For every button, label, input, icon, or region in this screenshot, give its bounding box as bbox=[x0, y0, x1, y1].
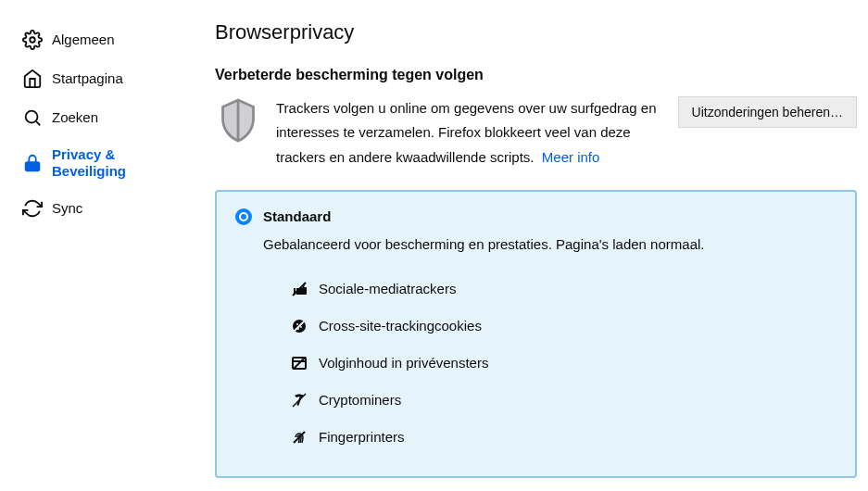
intro-row: Trackers volgen u online om gegevens ove… bbox=[215, 96, 857, 170]
thumbs-up-blocked-icon bbox=[291, 281, 308, 297]
sidebar-item-general[interactable]: Algemeen bbox=[15, 20, 185, 59]
protection-card-standard: Standaard Gebalanceerd voor bescherming … bbox=[215, 190, 857, 478]
sidebar: Algemeen Startpagina Zoeken Privacy & Be… bbox=[0, 0, 185, 491]
tracker-item-tracking-content: Volginhoud in privévensters bbox=[291, 345, 835, 382]
tracker-label: Cryptominers bbox=[319, 392, 401, 408]
tracker-label: Cross-site-trackingcookies bbox=[319, 318, 482, 334]
sidebar-item-label: Sync bbox=[52, 200, 82, 217]
main-content: Browserprivacy Verbeterde bescherming te… bbox=[185, 0, 868, 491]
lock-icon bbox=[22, 153, 43, 173]
window-blocked-icon bbox=[291, 355, 308, 371]
home-icon bbox=[22, 69, 43, 89]
sidebar-item-home[interactable]: Startpagina bbox=[15, 59, 185, 98]
svg-line-12 bbox=[294, 358, 305, 369]
svg-point-6 bbox=[296, 323, 298, 325]
sidebar-item-search[interactable]: Zoeken bbox=[15, 98, 185, 137]
section-title: Verbeterde bescherming tegen volgen bbox=[215, 67, 857, 83]
sidebar-item-label: Privacy & Beveiliging bbox=[52, 146, 178, 180]
card-description: Gebalanceerd voor bescherming en prestat… bbox=[263, 234, 835, 254]
tracker-label: Fingerprinters bbox=[319, 429, 405, 445]
svg-rect-3 bbox=[26, 162, 40, 170]
sidebar-item-label: Algemeen bbox=[52, 31, 115, 48]
tracker-list: Sociale-mediatrackers Cross-site-trackin… bbox=[291, 271, 835, 456]
tracker-label: Sociale-mediatrackers bbox=[319, 281, 456, 296]
radio-selected-icon[interactable] bbox=[235, 208, 252, 225]
page-title: Browserprivacy bbox=[215, 20, 857, 44]
shield-icon bbox=[215, 96, 261, 152]
sidebar-item-label: Startpagina bbox=[52, 70, 123, 87]
tracker-item-cookies: Cross-site-trackingcookies bbox=[291, 308, 835, 345]
sync-icon bbox=[22, 198, 43, 219]
tracker-item-social: Sociale-mediatrackers bbox=[291, 271, 835, 308]
svg-point-7 bbox=[300, 326, 302, 328]
radio-row[interactable]: Standaard bbox=[235, 208, 835, 225]
sidebar-item-privacy[interactable]: Privacy & Beveiliging bbox=[15, 137, 185, 189]
svg-line-2 bbox=[36, 121, 40, 125]
pickaxe-blocked-icon bbox=[291, 392, 308, 409]
tracker-label: Volginhoud in privévensters bbox=[319, 355, 488, 371]
search-icon bbox=[22, 107, 43, 128]
sidebar-item-sync[interactable]: Sync bbox=[15, 189, 185, 228]
sidebar-item-label: Zoeken bbox=[52, 109, 98, 126]
card-title: Standaard bbox=[263, 208, 331, 224]
fingerprint-blocked-icon bbox=[291, 429, 308, 446]
more-info-link[interactable]: Meer info bbox=[542, 149, 600, 165]
exceptions-button[interactable]: Uitzonderingen beheren… bbox=[678, 96, 857, 128]
gear-icon bbox=[22, 30, 43, 50]
cookie-blocked-icon bbox=[291, 318, 308, 334]
intro-text: Trackers volgen u online om gegevens ove… bbox=[276, 96, 663, 170]
tracker-item-fingerprinters: Fingerprinters bbox=[291, 419, 835, 456]
tracker-item-cryptominers: Cryptominers bbox=[291, 382, 835, 419]
svg-point-1 bbox=[26, 111, 38, 123]
svg-point-0 bbox=[30, 37, 35, 43]
